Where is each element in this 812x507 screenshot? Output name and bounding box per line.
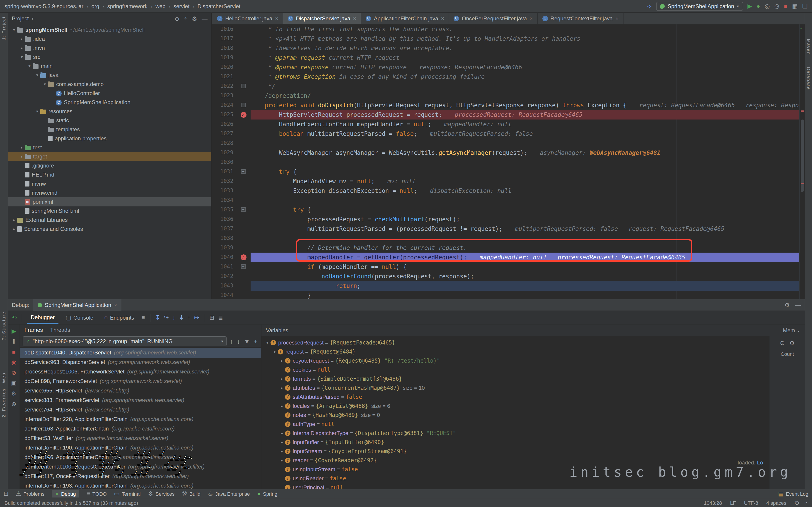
line-number[interactable]: 1028: [212, 138, 237, 148]
variable-row[interactable]: fuserPrincipal = null: [261, 483, 769, 489]
variable-row[interactable]: fauthType = null: [261, 419, 769, 429]
tool-window-button-maven[interactable]: Maven: [806, 39, 811, 55]
gutter[interactable]: [237, 72, 251, 81]
gutter[interactable]: [237, 129, 251, 138]
gear-icon[interactable]: ⚙: [784, 302, 790, 308]
gear-icon[interactable]: ⚙: [148, 491, 153, 497]
line-number[interactable]: 1019: [212, 53, 237, 62]
tree-toggle-icon[interactable]: ▸: [18, 154, 25, 159]
variable-row[interactable]: fcookies = null: [261, 365, 769, 374]
gutter[interactable]: −: [237, 262, 251, 272]
gutter[interactable]: [237, 110, 251, 119]
runcursor-icon[interactable]: ↦: [194, 315, 199, 321]
close-icon[interactable]: ×: [615, 15, 618, 21]
profiler-icon[interactable]: ◷: [774, 3, 779, 9]
tree-toggle-icon[interactable]: ▾: [34, 73, 40, 77]
tool-window-button-build[interactable]: ⚒Build: [182, 491, 200, 497]
close-icon[interactable]: ×: [114, 302, 117, 308]
chevron-right-icon[interactable]: ▸: [279, 377, 285, 381]
gear-icon[interactable]: ⚙: [192, 16, 197, 21]
gutter[interactable]: [237, 186, 251, 195]
stack-frame-row[interactable]: doFilterInternal:100, RequestContextFilt…: [20, 462, 261, 472]
stack-frame-row[interactable]: doFilter:53, WsFilter(org.apache.tomcat.…: [20, 434, 261, 443]
chevron-right-icon[interactable]: ▸: [279, 458, 285, 463]
breakpoint-icon[interactable]: [241, 112, 247, 118]
variable-row[interactable]: ▸fcoyoteRequest = {Request@6485} "R( /te…: [261, 356, 769, 365]
gutter[interactable]: [237, 281, 251, 291]
variable-row[interactable]: ▾fprocessedRequest = {RequestFacade@6465…: [261, 338, 769, 347]
tree-item[interactable]: ▸test: [8, 143, 211, 152]
tool-window-button-database[interactable]: Database: [806, 67, 811, 90]
tree-item[interactable]: ▾java: [8, 71, 211, 80]
camera-icon[interactable]: ▣: [11, 380, 17, 386]
debugbug-icon[interactable]: ●: [55, 491, 59, 497]
code-text[interactable]: mappedHandler = getHandler(processedRequ…: [251, 252, 805, 262]
debugbug-icon[interactable]: ●: [757, 3, 760, 9]
line-number[interactable]: 1022: [212, 81, 237, 91]
encoding-indicator[interactable]: UTF-8: [744, 500, 758, 505]
gutter[interactable]: [237, 24, 251, 34]
code-text[interactable]: * @throws Exception in case of any kind …: [251, 72, 805, 81]
tool-window-button-services[interactable]: ⚙Services: [148, 491, 175, 497]
tree-item[interactable]: ▾com.example.demo: [8, 80, 211, 89]
stop-icon[interactable]: ■: [12, 349, 16, 355]
breadcrumb-item[interactable]: springframework: [107, 3, 148, 9]
gutter[interactable]: [237, 158, 251, 167]
stack-frame-row[interactable]: internalDoFilter:190, ApplicationFilterC…: [20, 443, 261, 453]
tree-item[interactable]: CHelloController: [8, 89, 211, 98]
breadcrumb-item[interactable]: DispatcherServlet: [198, 3, 240, 9]
editor-scrollbar[interactable]: ✓: [799, 24, 805, 299]
tree-item[interactable]: springMemShell.iml: [8, 207, 211, 216]
line-number[interactable]: 1031: [212, 167, 237, 176]
code-text[interactable]: // Determine handler for the current req…: [251, 243, 805, 252]
pause-icon[interactable]: ‖: [13, 339, 15, 344]
variable-row[interactable]: ▸fattributes = {ConcurrentHashMap@6487} …: [261, 383, 769, 392]
code-text[interactable]: multipartRequestParsed = (processedReque…: [251, 224, 805, 234]
breadcrumb-item[interactable]: org: [91, 3, 99, 9]
gutter[interactable]: [237, 234, 251, 243]
gutter[interactable]: [237, 91, 251, 101]
variable-row[interactable]: ▸finternalDispatcherType = {DispatcherTy…: [261, 429, 769, 438]
code-text[interactable]: * @param request current HTTP request: [251, 53, 805, 62]
tree-toggle-icon[interactable]: ▸: [18, 46, 25, 50]
tree-item[interactable]: HELP.md: [8, 170, 211, 179]
tool-window-button-project[interactable]: 1: Project: [1, 16, 6, 40]
line-number[interactable]: 1041: [212, 262, 237, 272]
tree-toggle-icon[interactable]: ▾: [42, 82, 48, 87]
variable-row[interactable]: fnotes = {HashMap@6489} size = 0: [261, 410, 769, 419]
tree-item[interactable]: ▾resources: [8, 107, 211, 116]
breadcrumb-item[interactable]: servlet: [173, 3, 190, 9]
line-number[interactable]: 1040: [212, 252, 237, 262]
line-number[interactable]: 1035: [212, 205, 237, 215]
term-icon[interactable]: ▭: [114, 491, 120, 497]
code-text[interactable]: Exception dispatchException = null;dispa…: [251, 186, 805, 195]
stack-frame-row[interactable]: service:655, HttpServlet(javax.servlet.h…: [20, 386, 261, 396]
rerun-icon[interactable]: ⟲: [12, 315, 17, 321]
stack-frame-row[interactable]: doFilter:163, ApplicationFilterChain(org…: [20, 424, 261, 434]
code-text[interactable]: * <p>All HTTP methods are handled by thi…: [251, 34, 805, 44]
code-text[interactable]: * themselves to decide which methods are…: [251, 44, 805, 53]
chevron-right-icon[interactable]: ▸: [279, 431, 285, 436]
indent-indicator[interactable]: 4 spaces: [766, 500, 786, 505]
breakpoint-icon[interactable]: [241, 255, 247, 260]
code-text[interactable]: try {: [251, 205, 805, 215]
tool-window-button-structure[interactable]: 7: Structure: [1, 312, 6, 340]
gutter[interactable]: [237, 44, 251, 53]
tree-item[interactable]: static: [8, 116, 211, 125]
tree-toggle-icon[interactable]: ▸: [11, 227, 17, 231]
gutter[interactable]: [237, 138, 251, 148]
inspections-ok-icon[interactable]: ✓: [800, 25, 803, 30]
editor-tab[interactable]: CApplicationFilterChain.java×: [361, 13, 449, 24]
line-number[interactable]: 1043: [212, 281, 237, 291]
breadcrumb-item[interactable]: web: [155, 3, 165, 9]
endpoints-icon[interactable]: ◌: [104, 315, 108, 321]
code-text[interactable]: * @param response current HTTP responser…: [251, 62, 805, 72]
tool-window-button-problems[interactable]: ⚠Problems: [16, 491, 44, 497]
line-number[interactable]: 1044: [212, 291, 237, 299]
editor-tab[interactable]: CHelloController.java×: [212, 13, 283, 24]
gutter[interactable]: [237, 119, 251, 129]
pin-icon[interactable]: ⊕: [11, 401, 16, 407]
frames-tab-threads[interactable]: Threads: [50, 327, 70, 333]
leafdot-icon[interactable]: ●: [257, 491, 261, 497]
error-stripe-mark[interactable]: [801, 110, 804, 112]
